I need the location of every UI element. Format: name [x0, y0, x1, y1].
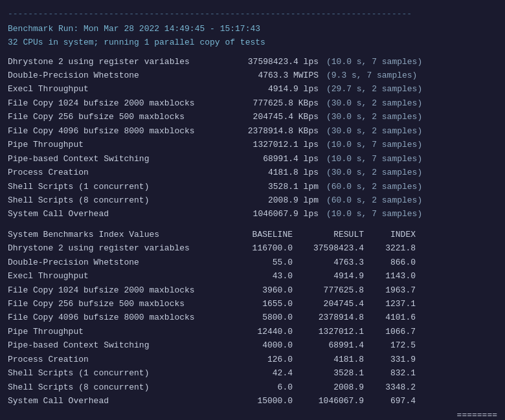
bench-row: Execl Throughput4914.9 lps(29.7 s, 2 sam…	[8, 82, 497, 96]
bench-label: Process Creation	[8, 166, 228, 179]
index-row-baseline: 42.4	[228, 366, 293, 380]
index-row-result: 68991.4	[293, 338, 364, 352]
index-col-baseline: BASELINE	[228, 228, 293, 241]
bench-value: 4181.8 lps	[228, 166, 319, 179]
index-row-result: 2378914.8	[293, 311, 364, 324]
index-row-index: 1143.0	[364, 269, 416, 283]
index-row-index: 866.0	[364, 256, 416, 269]
index-row: System Call Overhead 15000.0 1046067.9 6…	[8, 394, 497, 408]
index-row-result: 2008.9	[293, 381, 364, 394]
index-row-result: 1327012.1	[293, 325, 364, 338]
index-row-baseline: 55.0	[228, 256, 293, 269]
benchmark-data: Dhrystone 2 using register variables3759…	[8, 55, 497, 221]
bench-detail: (9.3 s, 7 samples)	[326, 69, 417, 82]
index-row-label: Shell Scripts (1 concurrent)	[8, 366, 228, 380]
index-row-label: Pipe Throughput	[8, 325, 228, 338]
index-row-result: 3528.1	[293, 366, 364, 380]
index-row-baseline: 3960.0	[228, 283, 293, 297]
bench-label: File Copy 256 bufsize 500 maxblocks	[8, 110, 228, 124]
index-row-index: 172.5	[364, 338, 416, 352]
index-row-result: 777625.8	[293, 283, 364, 297]
index-row-index: 331.9	[364, 353, 416, 366]
bench-row: Pipe Throughput1327012.1 lps(10.0 s, 7 s…	[8, 138, 497, 151]
bench-label: File Copy 1024 bufsize 2000 maxblocks	[8, 96, 228, 110]
bench-row: Shell Scripts (1 concurrent)3528.1 lpm(6…	[8, 180, 497, 193]
bench-detail: (10.0 s, 7 samples)	[326, 152, 422, 166]
index-row-baseline: 116700.0	[228, 241, 293, 255]
bench-value: 3528.1 lpm	[228, 180, 319, 193]
bench-detail: (30.0 s, 2 samples)	[326, 110, 422, 124]
index-row: Double-Precision Whetstone 55.0 4763.3 8…	[8, 256, 497, 269]
bench-value: 37598423.4 lps	[228, 55, 319, 69]
index-row-result: 1046067.9	[293, 394, 364, 408]
index-row-label: File Copy 1024 bufsize 2000 maxblocks	[8, 283, 228, 297]
bench-detail: (10.0 s, 7 samples)	[326, 55, 422, 69]
index-row-label: Dhrystone 2 using register variables	[8, 241, 228, 255]
terminal-output: ----------------------------------------…	[8, 9, 497, 420]
index-row: Shell Scripts (1 concurrent) 42.4 3528.1…	[8, 366, 497, 380]
bench-detail: (10.0 s, 7 samples)	[326, 138, 422, 151]
index-row: Dhrystone 2 using register variables 116…	[8, 241, 497, 255]
bench-label: Shell Scripts (1 concurrent)	[8, 180, 228, 193]
index-row-label: Pipe-based Context Switching	[8, 338, 228, 352]
bench-value: 777625.8 KBps	[228, 96, 319, 110]
equals-value: ========	[309, 408, 497, 420]
bench-value: 2378914.8 KBps	[228, 124, 319, 138]
bench-detail: (30.0 s, 2 samples)	[326, 166, 422, 179]
index-row: File Copy 4096 bufsize 8000 maxblocks 58…	[8, 311, 497, 324]
index-row-baseline: 1655.0	[228, 297, 293, 311]
index-row-result: 204745.4	[293, 297, 364, 311]
bench-detail: (60.0 s, 2 samples)	[326, 180, 422, 193]
index-row: File Copy 1024 bufsize 2000 maxblocks 39…	[8, 283, 497, 297]
index-row-label: Execl Throughput	[8, 269, 228, 283]
index-section: System Benchmarks Index Values BASELINE …	[8, 228, 497, 420]
bench-detail: (30.0 s, 2 samples)	[326, 124, 422, 138]
index-row: Process Creation 126.0 4181.8 331.9	[8, 353, 497, 366]
bench-value: 2008.9 lpm	[228, 193, 319, 207]
index-row-index: 1066.7	[364, 325, 416, 338]
bench-label: Pipe Throughput	[8, 138, 228, 151]
index-row-baseline: 5800.0	[228, 311, 293, 324]
bench-row: Pipe-based Context Switching68991.4 lps(…	[8, 152, 497, 166]
index-row-baseline: 6.0	[228, 381, 293, 394]
bench-label: System Call Overhead	[8, 207, 228, 221]
benchmark-header-1: Benchmark Run: Mon Mar 28 2022 14:49:45 …	[8, 23, 497, 50]
index-row: Pipe-based Context Switching 4000.0 6899…	[8, 338, 497, 352]
index-rows: Dhrystone 2 using register variables 116…	[8, 241, 497, 408]
bench-value: 204745.4 KBps	[228, 110, 319, 124]
index-row-baseline: 4000.0	[228, 338, 293, 352]
bench-row: Dhrystone 2 using register variables3759…	[8, 55, 497, 69]
index-row-label: File Copy 4096 bufsize 8000 maxblocks	[8, 311, 228, 324]
index-row-index: 697.4	[364, 394, 416, 408]
bench-detail: (60.0 s, 2 samples)	[326, 193, 422, 207]
bench-row: File Copy 4096 bufsize 8000 maxblocks237…	[8, 124, 497, 138]
bench-value: 4763.3 MWIPS	[228, 69, 319, 82]
index-row-label: Shell Scripts (8 concurrent)	[8, 381, 228, 394]
bench-header-line2: 32 CPUs in system; running 1 parallel co…	[8, 36, 497, 50]
index-row: Pipe Throughput 12440.0 1327012.1 1066.7	[8, 325, 497, 338]
bench-label: Double-Precision Whetstone	[8, 69, 228, 82]
index-row-result: 4181.8	[293, 353, 364, 366]
bench-value: 1046067.9 lps	[228, 207, 319, 221]
equals-line: ========	[8, 408, 497, 420]
bench-label: Shell Scripts (8 concurrent)	[8, 193, 228, 207]
bench-header-line1: Benchmark Run: Mon Mar 28 2022 14:49:45 …	[8, 23, 497, 36]
index-row-baseline: 12440.0	[228, 325, 293, 338]
bench-label: Execl Throughput	[8, 82, 228, 96]
bench-row: File Copy 256 bufsize 500 maxblocks20474…	[8, 110, 497, 124]
bench-label: Dhrystone 2 using register variables	[8, 55, 228, 69]
index-row-baseline: 15000.0	[228, 394, 293, 408]
bench-row: System Call Overhead1046067.9 lps(10.0 s…	[8, 207, 497, 221]
bench-value: 68991.4 lps	[228, 152, 319, 166]
bench-row: File Copy 1024 bufsize 2000 maxblocks777…	[8, 96, 497, 110]
index-row: Execl Throughput 43.0 4914.9 1143.0	[8, 269, 497, 283]
index-row-index: 3221.8	[364, 241, 416, 255]
bench-detail: (30.0 s, 2 samples)	[326, 96, 422, 110]
index-row-index: 1963.7	[364, 283, 416, 297]
index-header-row: System Benchmarks Index Values BASELINE …	[8, 228, 497, 241]
index-row-index: 4101.6	[364, 311, 416, 324]
index-row-baseline: 126.0	[228, 353, 293, 366]
index-row-result: 4763.3	[293, 256, 364, 269]
index-row-baseline: 43.0	[228, 269, 293, 283]
index-row-result: 4914.9	[293, 269, 364, 283]
